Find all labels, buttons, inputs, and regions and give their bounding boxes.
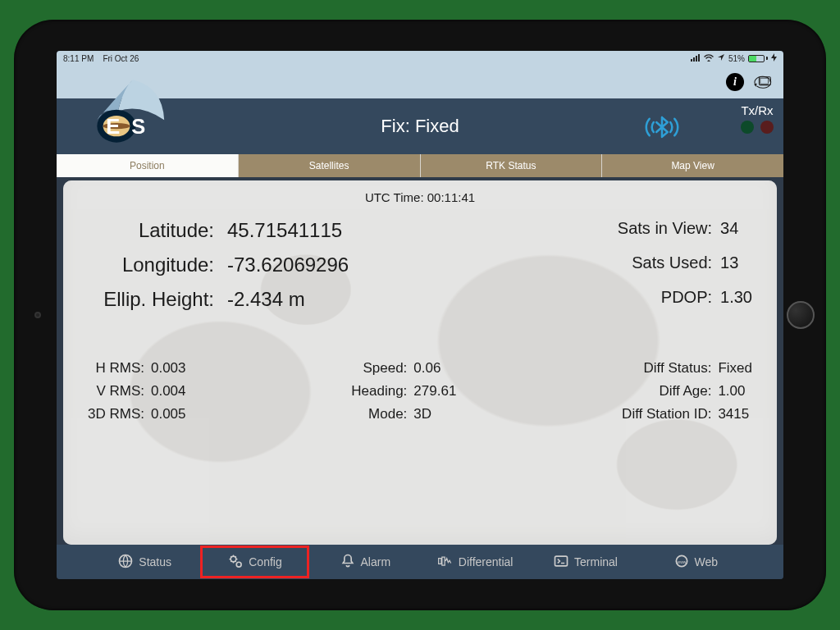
ipad-frame: 8:11 PM Fri Oct 26 51% <box>14 20 826 610</box>
satstat-value: 34 <box>720 219 752 242</box>
coord-value: -73.62069296 <box>227 253 349 276</box>
utc-label: UTC Time: <box>365 190 424 204</box>
differential-icon <box>437 553 454 572</box>
signal-icon <box>691 54 701 63</box>
rms-block: H RMS:0.003V RMS:0.0043D RMS:0.005 <box>88 360 186 422</box>
web-icon: www <box>673 553 690 572</box>
satstat-label: PDOP: <box>605 288 720 311</box>
motion-value: 0.06 <box>413 360 456 377</box>
rms-value: 0.004 <box>151 383 186 399</box>
fix-value: Fixed <box>415 116 459 136</box>
tab-satellites[interactable]: Satellites <box>239 154 421 177</box>
status-date: Fri Oct 26 <box>103 54 139 63</box>
coord-label: Longitude: <box>88 253 227 276</box>
terminal-icon <box>553 553 569 572</box>
nav-config[interactable]: Config <box>199 545 309 579</box>
home-button[interactable] <box>787 301 815 329</box>
tx-led-icon <box>741 121 754 134</box>
nav-status[interactable]: Status <box>89 545 199 579</box>
ios-statusbar: 8:11 PM Fri Oct 26 51% <box>57 51 783 66</box>
location-icon <box>717 53 725 63</box>
satstat-value: 1.30 <box>720 288 752 311</box>
battery-pct: 51% <box>728 54 745 63</box>
fix-status: Fix: Fixed <box>381 116 459 137</box>
coord-label: Latitude: <box>88 219 227 242</box>
rms-label: V RMS: <box>88 383 144 399</box>
motion-value: 3D <box>413 406 456 422</box>
coords-block: Latitude:45.71541115Longitude:-73.620692… <box>88 219 349 311</box>
diff-label: Diff Status: <box>622 360 711 377</box>
utc-time: UTC Time: 00:11:41 <box>88 190 752 204</box>
gears-icon <box>227 553 244 572</box>
satstats-block: Sats in View:34Sats Used:13PDOP:1.30 <box>605 219 752 311</box>
rms-label: 3D RMS: <box>88 406 144 422</box>
charging-icon <box>771 53 777 63</box>
eos-logo: E S <box>80 74 186 156</box>
motion-label: Mode: <box>351 406 407 422</box>
diff-label: Diff Station ID: <box>622 406 711 422</box>
satstat-label: Sats Used: <box>605 253 720 276</box>
svg-rect-1 <box>760 78 769 84</box>
globe-icon <box>117 553 134 572</box>
satstat-label: Sats in View: <box>605 219 720 242</box>
motion-label: Speed: <box>351 360 407 377</box>
diff-label: Diff Age: <box>622 383 711 399</box>
bottom-nav: StatusConfigAlarmDifferentialTerminalwww… <box>57 545 783 579</box>
nav-web[interactable]: wwwWeb <box>641 545 751 579</box>
nav-label: Alarm <box>361 555 391 568</box>
screen: 8:11 PM Fri Oct 26 51% <box>57 51 783 579</box>
status-time: 8:11 PM <box>63 54 94 63</box>
satstat-value: 13 <box>720 253 752 276</box>
svg-point-2 <box>769 80 770 81</box>
utc-value: 00:11:41 <box>427 190 475 204</box>
nav-label: Differential <box>459 555 514 568</box>
motion-value: 279.61 <box>413 383 456 399</box>
diff-value: Fixed <box>718 360 752 377</box>
nav-label: Terminal <box>574 555 618 568</box>
coord-value: -2.434 m <box>227 288 349 311</box>
svg-text:S: S <box>131 115 145 138</box>
info-icon[interactable]: i <box>726 73 744 91</box>
motion-block: Speed:0.06Heading:279.61Mode:3D <box>351 360 456 422</box>
nav-label: Status <box>139 555 171 568</box>
position-card: UTC Time: 00:11:41 Latitude:45.71541115L… <box>63 180 777 545</box>
rms-value: 0.003 <box>151 360 186 377</box>
svg-rect-11 <box>555 556 568 566</box>
rms-value: 0.005 <box>151 406 186 422</box>
svg-point-10 <box>237 562 242 567</box>
svg-text:www: www <box>677 559 686 564</box>
wifi-icon <box>704 53 714 63</box>
nav-alarm[interactable]: Alarm <box>310 545 420 579</box>
app-header: E S Fix: Fixed <box>57 98 783 154</box>
fix-label: Fix: <box>381 116 409 136</box>
nav-differential[interactable]: Differential <box>420 545 530 579</box>
diff-block: Diff Status:FixedDiff Age:1.00Diff Stati… <box>622 360 752 422</box>
nav-terminal[interactable]: Terminal <box>530 545 640 579</box>
camera-icon <box>34 312 41 318</box>
tab-map-view[interactable]: Map View <box>602 154 783 177</box>
coord-label: Ellip. Height: <box>88 288 227 311</box>
tab-strip: PositionSatellitesRTK StatusMap View <box>57 154 783 177</box>
tab-rtk-status[interactable]: RTK Status <box>421 154 603 177</box>
nav-label: Web <box>695 555 719 568</box>
rx-led-icon <box>760 121 774 134</box>
bluetooth-broadcast-icon <box>639 113 685 144</box>
txrx-label: Tx/Rx <box>741 103 774 117</box>
battery-icon <box>748 55 768 62</box>
svg-text:E: E <box>106 115 120 138</box>
tab-position[interactable]: Position <box>57 154 239 177</box>
motion-label: Heading: <box>351 383 407 399</box>
content-area: UTC Time: 00:11:41 Latitude:45.71541115L… <box>57 177 783 545</box>
txrx-panel: Tx/Rx <box>741 103 774 134</box>
diff-value: 3415 <box>718 406 752 422</box>
rms-label: H RMS: <box>88 360 144 377</box>
nav-label: Config <box>249 555 281 568</box>
bell-icon <box>340 553 356 572</box>
coord-value: 45.71541115 <box>227 219 349 242</box>
rotate-device-icon[interactable] <box>752 71 775 93</box>
diff-value: 1.00 <box>718 383 752 399</box>
